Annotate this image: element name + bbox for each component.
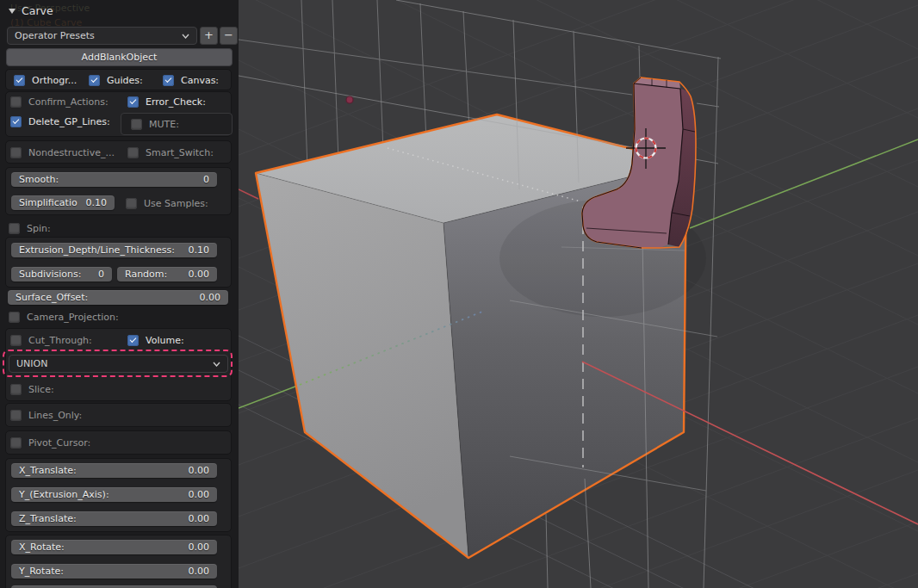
add-blank-object-button[interactable]: AddBlankObject	[6, 48, 233, 66]
guides-label: Guides:	[107, 75, 143, 86]
operator-presets-label: Operator Presets	[15, 30, 95, 41]
z-translate-slider[interactable]: Z_Translate: 0.00	[11, 511, 217, 526]
smooth-slider[interactable]: Smooth: 0	[11, 172, 217, 187]
canvas-label: Canvas:	[181, 75, 219, 86]
mute-checkbox[interactable]	[131, 119, 142, 130]
chevron-down-icon	[182, 34, 189, 39]
x-translate-slider[interactable]: X_Translate: 0.00	[11, 463, 217, 478]
boolean-mode-dropdown[interactable]: UNION	[9, 355, 228, 373]
error-check-label: Error_Check:	[146, 96, 206, 108]
delete-gp-lines-checkbox[interactable]	[10, 116, 22, 127]
slice-checkbox[interactable]	[10, 384, 22, 395]
x-rotate-slider[interactable]: X_Rotate: 0.00	[11, 540, 217, 554]
simplification-slider[interactable]: Simplificatio 0.10	[11, 195, 115, 210]
subdivisions-slider[interactable]: Subdivisions: 0	[11, 267, 112, 282]
use-samples-checkbox[interactable]	[126, 198, 137, 209]
random-value: 0.00	[189, 269, 210, 280]
extrusion-depth-value: 0.10	[189, 244, 210, 256]
boolean-mode-value: UNION	[16, 358, 47, 369]
surface-offset-label: Surface_Offset:	[16, 292, 88, 303]
pivot-cursor-label: Pivot_Cursor:	[28, 437, 90, 449]
operator-presets-dropdown[interactable]: Operator Presets	[7, 27, 197, 45]
use-samples-label: Use Samples:	[144, 198, 208, 209]
3d-viewport[interactable]	[239, 0, 918, 588]
y-rotate-slider[interactable]: Y_Rotate: 0.00	[11, 564, 217, 579]
origin-point[interactable]	[346, 96, 353, 103]
extrusion-depth-label: Extrusion_Depth/Line_Thickness:	[19, 244, 175, 256]
carve-operator-panel: User Perspective (1) Cube Carve Carve Op…	[0, 0, 239, 588]
z-translate-value: 0.00	[189, 513, 210, 524]
spin-label: Spin:	[27, 223, 51, 234]
y-extrusion-axis-value: 0.00	[189, 489, 210, 500]
volume-checkbox[interactable]	[127, 335, 139, 346]
x-rotate-label: X_Rotate:	[19, 542, 65, 553]
simplification-value: 0.10	[86, 197, 108, 208]
lines-only-checkbox[interactable]	[10, 410, 22, 421]
pivot-cursor-checkbox[interactable]	[10, 437, 22, 449]
y-rotate-label: Y_Rotate:	[19, 566, 64, 577]
panel-title: Carve	[22, 4, 53, 17]
smooth-label: Smooth:	[19, 174, 59, 185]
extrusion-depth-slider[interactable]: Extrusion_Depth/Line_Thickness: 0.10	[11, 243, 217, 257]
camera-projection-checkbox[interactable]	[9, 312, 20, 323]
collapse-triangle-icon[interactable]	[9, 9, 16, 14]
chevron-down-icon	[213, 362, 220, 367]
camera-projection-label: Camera_Projection:	[27, 312, 119, 323]
spin-checkbox[interactable]	[9, 223, 20, 234]
simplification-label: Simplificatio	[19, 197, 78, 208]
mute-label: MUTE:	[149, 119, 179, 130]
cut-through-label: Cut_Through:	[28, 335, 92, 346]
delete-gp-lines-label: Delete_GP_Lines:	[28, 116, 110, 127]
smart-switch-checkbox[interactable]	[127, 147, 139, 158]
canvas-checkbox[interactable]	[163, 75, 174, 86]
y-extrusion-axis-label: Y_(Extrusion_Axis):	[19, 489, 109, 500]
x-rotate-value: 0.00	[189, 542, 210, 553]
remove-preset-button[interactable]: −	[220, 27, 238, 45]
x-translate-value: 0.00	[189, 465, 210, 476]
confirm-actions-checkbox[interactable]	[10, 96, 22, 108]
slice-label: Slice:	[28, 384, 54, 395]
volume-label: Volume:	[146, 335, 184, 346]
smooth-value: 0	[203, 174, 209, 185]
x-translate-label: X_Translate:	[19, 465, 77, 476]
z-translate-label: Z_Translate:	[19, 513, 77, 524]
orthographic-checkbox[interactable]	[14, 75, 25, 86]
add-preset-button[interactable]: +	[200, 27, 218, 45]
subdivisions-value: 0	[98, 269, 104, 280]
surface-offset-slider[interactable]: Surface_Offset: 0.00	[8, 290, 228, 305]
y-extrusion-axis-slider[interactable]: Y_(Extrusion_Axis): 0.00	[11, 487, 217, 502]
y-rotate-value: 0.00	[189, 566, 210, 577]
subdivisions-label: Subdivisions:	[19, 269, 81, 280]
panel-header[interactable]: Carve	[9, 4, 53, 17]
nondestructive-label: Nondestructive_...	[28, 147, 115, 158]
confirm-actions-label: Confirm_Actions:	[28, 96, 109, 108]
surface-offset-value: 0.00	[200, 292, 221, 303]
random-slider[interactable]: Random: 0.00	[117, 267, 217, 282]
smart-switch-label: Smart_Switch:	[146, 147, 214, 158]
random-label: Random:	[125, 269, 167, 280]
lines-only-label: Lines_Only:	[28, 410, 82, 421]
orthographic-label: Orthogr...	[32, 75, 77, 86]
error-check-checkbox[interactable]	[127, 96, 139, 108]
nondestructive-checkbox[interactable]	[10, 147, 22, 158]
guides-checkbox[interactable]	[89, 75, 100, 86]
cut-through-checkbox[interactable]	[10, 335, 22, 346]
